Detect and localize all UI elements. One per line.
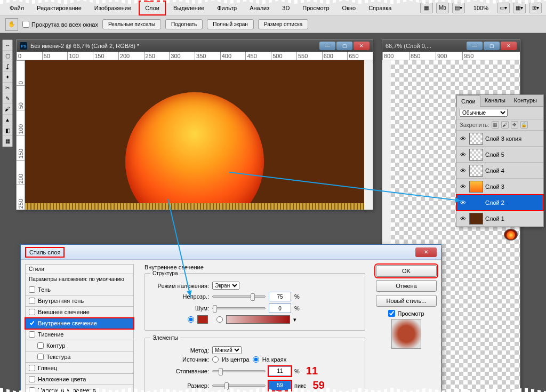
layer-row[interactable]: 👁 Слой 3 xyxy=(456,179,543,195)
menu-image[interactable]: Изображение xyxy=(89,2,136,14)
style-item[interactable]: Глянец xyxy=(25,363,134,374)
style-item[interactable]: Контур xyxy=(25,340,134,351)
style-checkbox[interactable] xyxy=(29,365,35,371)
visibility-eye-icon[interactable]: 👁 xyxy=(459,166,467,175)
minimize-button[interactable]: — xyxy=(319,42,335,50)
maximize-button[interactable]: ▢ xyxy=(336,42,352,50)
visibility-eye-icon[interactable]: 👁 xyxy=(459,150,467,159)
full-screen-button[interactable]: Полный экран xyxy=(207,19,254,29)
dialog-titlebar[interactable]: Стиль слоя ✕ xyxy=(21,245,441,260)
style-checkbox[interactable] xyxy=(29,387,35,392)
gradient-radio[interactable] xyxy=(216,316,223,323)
style-checkbox[interactable] xyxy=(29,376,35,382)
document-titlebar[interactable]: Ps Без имени-2 @ 66,7% (Слой 2, RGB/8) *… xyxy=(17,40,373,52)
menu-view[interactable]: Просмотр xyxy=(297,2,334,14)
style-item[interactable]: Внутренняя тень xyxy=(25,295,134,307)
menu-help[interactable]: Справка xyxy=(363,2,397,14)
launch-bridge-icon[interactable]: ▦ xyxy=(420,3,433,13)
method-select[interactable]: Мягкий xyxy=(212,346,242,354)
color-swatch[interactable] xyxy=(197,315,208,324)
actual-pixels-button[interactable]: Реальные пикселы xyxy=(102,19,161,29)
canvas[interactable] xyxy=(25,60,364,210)
lock-paint-icon[interactable]: 🖌 xyxy=(501,121,509,129)
effect-blend-mode-select[interactable]: Экран xyxy=(212,282,239,290)
style-item[interactable]: Внешнее свечение xyxy=(25,307,134,318)
layer-row[interactable]: 👁 Слой 2 xyxy=(456,195,543,211)
screen-mode-icon[interactable]: ▭▾ xyxy=(497,3,510,13)
marquee-tool-icon[interactable]: ▢ xyxy=(3,51,12,61)
style-item[interactable]: Наложение градиента xyxy=(25,385,134,392)
layer-row[interactable]: 👁 Слой 3 копия xyxy=(456,131,543,147)
preview-checkbox[interactable] xyxy=(388,310,395,317)
opacity-input[interactable] xyxy=(269,292,291,301)
brush-tool-icon[interactable]: 🖌 xyxy=(3,104,12,115)
menu-filter[interactable]: Фильтр xyxy=(212,2,242,14)
color-radio[interactable] xyxy=(188,316,194,323)
document2-titlebar[interactable]: 66,7% (Слой 0,... — ▢ ✕ xyxy=(382,40,520,52)
menu-file[interactable]: Файл xyxy=(4,2,29,14)
style-checkbox[interactable] xyxy=(29,320,35,326)
styles-header[interactable]: Стили xyxy=(25,264,134,274)
zoom-level[interactable]: 100% xyxy=(468,2,494,14)
new-style-button[interactable]: Новый стиль... xyxy=(376,295,437,307)
layer-thumbnail[interactable] xyxy=(469,213,483,225)
lock-position-icon[interactable]: ✥ xyxy=(511,121,518,129)
ok-button[interactable]: OK xyxy=(376,265,437,277)
blending-defaults[interactable]: Параметры наложения: по умолчанию xyxy=(25,274,134,284)
size-input[interactable] xyxy=(269,381,291,390)
source-center-radio[interactable] xyxy=(212,356,219,363)
gradient-tool-icon[interactable]: ▦ xyxy=(3,136,12,147)
noise-input[interactable] xyxy=(269,303,291,313)
layer-row[interactable]: 👁 Слой 4 xyxy=(456,163,543,179)
move-tool-icon[interactable]: ↔ xyxy=(3,40,12,51)
style-checkbox[interactable] xyxy=(37,342,44,349)
visibility-eye-icon[interactable]: 👁 xyxy=(459,134,467,143)
lock-all-icon[interactable]: 🔒 xyxy=(520,121,528,129)
layer-thumbnail[interactable] xyxy=(469,165,483,177)
gradient-chevron-icon[interactable]: ▾ xyxy=(293,316,296,323)
style-item[interactable]: Внутреннее свечение xyxy=(25,318,134,329)
visibility-eye-icon[interactable]: 👁 xyxy=(459,214,467,223)
menu-analysis[interactable]: Анализ xyxy=(244,2,275,14)
choke-slider[interactable] xyxy=(212,370,266,372)
style-item[interactable]: Наложение цвета xyxy=(25,374,134,385)
mini-bridge-icon[interactable]: Mb xyxy=(436,3,449,13)
layer-row[interactable]: 👁 Слой 1 xyxy=(456,211,543,227)
size-slider[interactable] xyxy=(212,385,266,387)
layer-thumbnail[interactable] xyxy=(469,181,483,193)
lock-transparent-icon[interactable]: ▦ xyxy=(492,121,499,129)
menu-window[interactable]: Окно xyxy=(337,2,362,14)
style-checkbox[interactable] xyxy=(29,309,35,315)
workspace-icon[interactable]: ⊞▾ xyxy=(529,3,542,13)
hand-tool-icon[interactable]: ✋ xyxy=(5,18,18,31)
layer-row[interactable]: 👁 Слой 5 xyxy=(456,147,543,163)
print-size-button[interactable]: Размер оттиска xyxy=(258,19,308,29)
menu-3d[interactable]: 3D xyxy=(277,2,295,14)
opacity-slider[interactable] xyxy=(212,295,266,298)
view-extras-icon[interactable]: ▤▾ xyxy=(452,3,465,13)
layer-thumbnail[interactable] xyxy=(469,149,483,161)
crop-tool-icon[interactable]: ✂ xyxy=(3,83,12,93)
close-button-2[interactable]: ✕ xyxy=(501,42,517,50)
dialog-close-button[interactable]: ✕ xyxy=(415,247,437,257)
style-item[interactable]: Тень xyxy=(25,284,134,295)
fit-screen-button[interactable]: Подогнать xyxy=(165,19,203,29)
menu-select[interactable]: Выделение xyxy=(168,2,210,14)
style-item[interactable]: Текстура xyxy=(25,351,134,363)
layer-thumbnail[interactable] xyxy=(469,133,483,145)
menu-edit[interactable]: Редактирование xyxy=(31,2,87,14)
cancel-button[interactable]: Отмена xyxy=(376,280,437,292)
lasso-tool-icon[interactable]: ʆ xyxy=(3,61,12,72)
arrange-docs-icon[interactable]: ▦▾ xyxy=(513,3,526,13)
maximize-button-2[interactable]: ▢ xyxy=(484,42,500,50)
minimize-button-2[interactable]: — xyxy=(467,42,483,50)
visibility-eye-icon[interactable]: 👁 xyxy=(459,182,467,191)
style-item[interactable]: Тиснение xyxy=(25,329,134,340)
style-checkbox[interactable] xyxy=(29,331,35,338)
eyedropper-tool-icon[interactable]: ✎ xyxy=(3,93,12,104)
eraser-tool-icon[interactable]: ◧ xyxy=(3,125,12,136)
source-edge-radio[interactable] xyxy=(253,356,259,363)
tab-channels[interactable]: Каналы xyxy=(480,95,510,106)
choke-input[interactable] xyxy=(269,366,291,376)
noise-slider[interactable] xyxy=(212,307,266,309)
